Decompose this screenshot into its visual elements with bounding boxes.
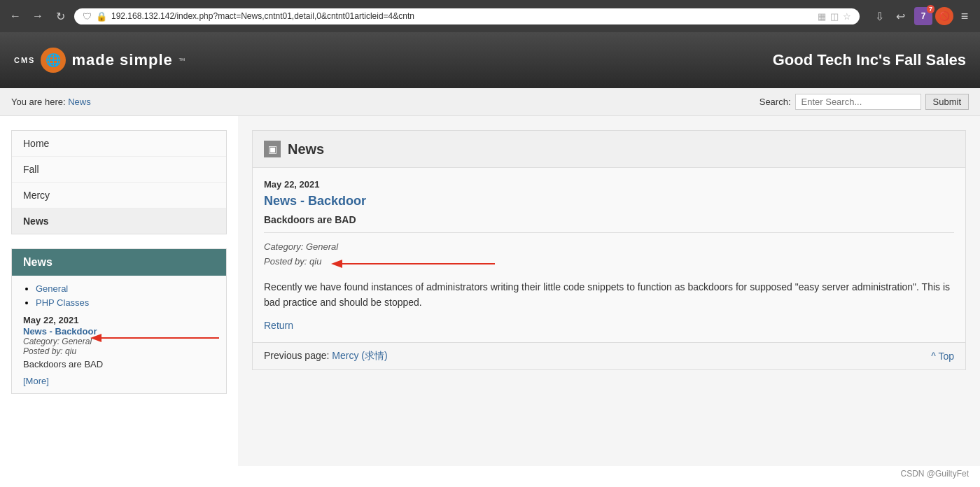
news-sidebar-posted: Posted by: qiu xyxy=(23,346,215,356)
sidebar-item-fall[interactable]: Fall xyxy=(12,157,226,183)
nav-menu: Home Fall Mercy News xyxy=(11,130,227,234)
news-sidebar-summary: Backdoors are BAD xyxy=(23,359,215,369)
article-header-icon: ▣ xyxy=(264,141,281,157)
article-posted-by: Posted by: qiu xyxy=(264,255,954,269)
logo-icon: 🌐 xyxy=(41,48,66,73)
forward-button[interactable]: → xyxy=(29,8,46,24)
qr-code-icon: ▦ xyxy=(818,11,826,22)
cms-label: CMS xyxy=(14,56,35,64)
more-link[interactable]: [More] xyxy=(23,376,49,386)
article-icon-glyph: ▣ xyxy=(268,143,277,155)
extension-badge: 7 xyxy=(927,5,934,13)
news-sidebar-title: News - Backdoor xyxy=(23,325,215,337)
prev-page-label: Previous page: xyxy=(264,350,329,361)
return-link[interactable]: Return xyxy=(264,320,293,331)
article-return: Return xyxy=(264,320,954,331)
article-date: May 22, 2021 xyxy=(264,179,954,190)
sidebar: Home Fall Mercy News News General PHP Cl… xyxy=(0,116,238,466)
news-sidebar-header: News xyxy=(12,249,226,276)
back-button[interactable]: ← xyxy=(7,8,24,24)
privacy-icon: 🔒 xyxy=(96,11,107,22)
browser-chrome: ← → ↻ 🛡 🔒 192.168.132.142/index.php?mact… xyxy=(0,0,980,32)
news-sidebar-article: May 22, 2021 News - Backdoor Category: G… xyxy=(23,315,215,369)
watermark-text: CSDN @GuiltyFet xyxy=(900,469,969,479)
site-header: CMS 🌐 made simple ™ Good Tech Inc's Fall… xyxy=(0,32,980,88)
article-section-title: News xyxy=(288,141,324,157)
sidebar-item-home[interactable]: Home xyxy=(12,131,226,157)
article-text: Recently we have found instances of admi… xyxy=(264,279,954,311)
main-content: ▣ News May 22, 2021 News - Backdoor Back… xyxy=(238,116,980,466)
extensions-area: 7 7 🚫 ≡ xyxy=(914,7,973,25)
article-separator xyxy=(264,232,954,233)
site-title: Good Tech Inc's Fall Sales xyxy=(773,51,966,69)
breadcrumb-link[interactable]: News xyxy=(68,97,91,107)
news-sidebar-content: General PHP Classes May 22, 2021 News - … xyxy=(12,276,226,393)
article-meta: Category: General Posted by: qiu xyxy=(264,240,954,269)
address-text: 192.168.132.142/index.php?mact=News,cntn… xyxy=(111,11,813,21)
logo-area: CMS 🌐 made simple ™ xyxy=(14,48,186,73)
trademark-symbol: ™ xyxy=(178,57,186,64)
bookmark-icon: ☆ xyxy=(843,11,851,22)
main-layout: Home Fall Mercy News News General PHP Cl… xyxy=(0,116,980,466)
download-icon[interactable]: ⇩ xyxy=(871,8,888,24)
logo-text: made simple xyxy=(71,51,172,69)
page-footer: CSDN @GuiltyFet xyxy=(0,466,980,481)
browser-toolbar-icons: ⇩ ↩ xyxy=(871,8,909,24)
article-body: May 22, 2021 News - Backdoor Backdoors a… xyxy=(253,168,965,342)
news-sidebar-title-link[interactable]: News - Backdoor xyxy=(23,326,97,337)
breadcrumb: You are here: News xyxy=(11,97,91,107)
sidebar-item-news[interactable]: News xyxy=(12,209,226,234)
extension-purple[interactable]: 7 7 xyxy=(914,7,932,25)
search-submit-button[interactable]: Submit xyxy=(925,94,969,110)
reload-button[interactable]: ↻ xyxy=(52,8,69,24)
shield-icon: 🛡 xyxy=(83,11,92,22)
search-input[interactable] xyxy=(795,94,921,110)
article-subtitle: Backdoors are BAD xyxy=(264,214,954,225)
article-title: News - Backdoor xyxy=(264,194,954,209)
address-bar[interactable]: 🛡 🔒 192.168.132.142/index.php?mact=News,… xyxy=(74,8,860,24)
history-back-icon[interactable]: ↩ xyxy=(892,8,909,24)
prev-page-link[interactable]: Mercy (求情) xyxy=(332,350,387,361)
breadcrumb-bar: You are here: News Search: Submit xyxy=(0,88,980,116)
news-sidebar-date: May 22, 2021 xyxy=(23,315,215,325)
browser-menu-icon[interactable]: ≡ xyxy=(956,8,973,24)
article-footer: Previous page: Mercy (求情) ^ Top xyxy=(253,342,965,369)
sidebar-item-mercy[interactable]: Mercy xyxy=(12,183,226,209)
category-phpclasses-link[interactable]: PHP Classes xyxy=(36,297,89,308)
article-category: Category: General xyxy=(264,240,954,255)
top-link[interactable]: ^ Top xyxy=(931,351,954,362)
news-categories-list: General PHP Classes xyxy=(23,283,215,308)
article-section-header: ▣ News xyxy=(253,131,965,168)
search-area: Search: Submit xyxy=(760,94,969,110)
category-general-link[interactable]: General xyxy=(36,283,68,294)
search-label: Search: xyxy=(760,97,791,107)
extension-orange[interactable]: 🚫 xyxy=(935,7,953,25)
reader-icon: ◫ xyxy=(830,11,839,22)
news-sidebar-category: Category: General xyxy=(23,337,215,346)
prev-page-area: Previous page: Mercy (求情) xyxy=(264,350,388,362)
breadcrumb-prefix: You are here: xyxy=(11,97,66,107)
article-box: ▣ News May 22, 2021 News - Backdoor Back… xyxy=(252,130,966,370)
news-sidebar-box: News General PHP Classes May 22, 2021 Ne… xyxy=(11,248,227,394)
news-sidebar-more: [More] xyxy=(23,375,215,386)
